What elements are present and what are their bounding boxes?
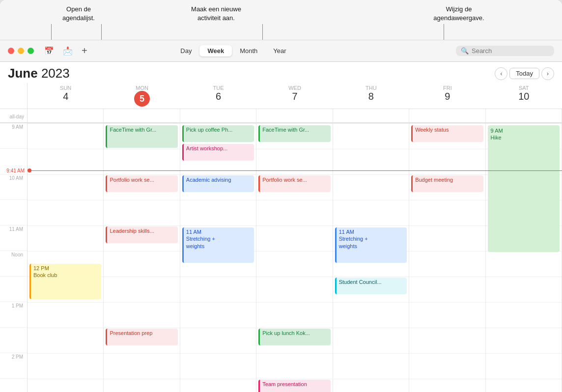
- event-leadership-mon[interactable]: Leadership skills...: [106, 226, 177, 243]
- day-header-wed: WED 7: [256, 83, 333, 109]
- day-headers: SUN 4 MON 5 TUE 6 WED 7 THU 8 FRI 9 SAT …: [0, 83, 562, 109]
- event-facetime-mon[interactable]: FaceTime with Gr...: [106, 125, 177, 148]
- event-portfolio-wed[interactable]: Portfolio work se...: [258, 175, 330, 192]
- close-button[interactable]: [8, 48, 14, 54]
- view-switcher: Day Week Month Year: [172, 45, 294, 56]
- view-day-button[interactable]: Day: [172, 45, 199, 56]
- prev-button[interactable]: ‹: [495, 67, 507, 80]
- time-labels: 9 AM 10 AM 11 AM Noon 1 PM 2 PM 3 PM 4 P…: [0, 123, 28, 392]
- allday-thu: [333, 109, 409, 123]
- col-wed: FaceTime with Gr... Portfolio work se...…: [256, 123, 333, 392]
- month-title: June 2023: [8, 66, 70, 81]
- allday-row: all-day: [0, 109, 562, 123]
- event-book-club[interactable]: 12 PM Book club: [29, 264, 101, 299]
- allday-sat: [486, 109, 562, 123]
- view-month-button[interactable]: Month: [232, 45, 265, 56]
- allday-sun: [28, 109, 104, 123]
- allday-label: all-day: [0, 109, 28, 123]
- minimize-button[interactable]: [18, 48, 24, 54]
- event-hike-sat[interactable]: 9 AM Hike: [488, 125, 560, 252]
- event-team-wed[interactable]: Team presentation: [258, 380, 330, 392]
- allday-wed: [256, 109, 333, 123]
- allday-fri: [409, 109, 485, 123]
- event-lunch-wed[interactable]: Pick up lunch Kok...: [258, 329, 330, 345]
- event-facetime-wed[interactable]: FaceTime with Gr...: [258, 125, 330, 142]
- event-stretching-tue[interactable]: 11 AM Stretching + weights: [182, 227, 254, 263]
- event-academic-tue[interactable]: Academic advising: [182, 175, 254, 192]
- time-grid: 9 AM 10 AM 11 AM Noon 1 PM 2 PM 3 PM 4 P…: [0, 123, 562, 392]
- col-sun: 12 PM Book club: [28, 123, 104, 392]
- search-box: 🔍: [456, 46, 554, 56]
- day-header-sun: SUN 4: [28, 83, 104, 109]
- add-event-icon[interactable]: +: [79, 44, 90, 57]
- event-coffee-tue[interactable]: Pick up coffee Ph...: [182, 125, 254, 142]
- day-header-tue: TUE 6: [180, 83, 256, 109]
- event-student-thu[interactable]: Student Council...: [335, 278, 407, 294]
- col-tue: Pick up coffee Ph... Artist workshop... …: [180, 123, 256, 392]
- day-header-sat: SAT 10: [486, 83, 562, 109]
- search-icon: 🔍: [461, 47, 469, 55]
- annotation-2: Maak een nieuweactiviteit aan.: [172, 5, 260, 23]
- event-stretching-thu[interactable]: 11 AM Stretching + weights: [335, 227, 407, 263]
- event-artist-tue[interactable]: Artist workshop...: [182, 144, 254, 161]
- calendar-grid-wrapper: all-day 9 AM 10 AM 11 AM Noon: [0, 109, 562, 392]
- allday-mon: [104, 109, 180, 123]
- day-header-mon: MON 5: [104, 83, 180, 109]
- allday-tue: [180, 109, 256, 123]
- calendar-header: June 2023 ‹ Today ›: [0, 62, 562, 83]
- inbox-icon[interactable]: 📩: [60, 45, 75, 56]
- search-input[interactable]: [472, 47, 549, 55]
- fullscreen-button[interactable]: [28, 48, 34, 54]
- today-button[interactable]: Today: [509, 68, 539, 79]
- view-year-button[interactable]: Year: [265, 45, 294, 56]
- annotation-3: Wijzig deagendaweergave.: [415, 5, 503, 23]
- next-button[interactable]: ›: [541, 67, 554, 80]
- calendar-list-icon[interactable]: 📅: [42, 45, 56, 56]
- col-mon: FaceTime with Gr... Portfolio work se...…: [104, 123, 180, 392]
- traffic-lights: [8, 48, 34, 54]
- col-fri: Weekly status Budget meeting: [409, 123, 485, 392]
- event-budget-fri[interactable]: Budget meeting: [411, 175, 483, 192]
- day-header-fri: FRI 9: [409, 83, 485, 109]
- nav-controls: ‹ Today ›: [495, 67, 554, 80]
- toolbar: 📅 📩 + Day Week Month Year 🔍: [0, 40, 562, 62]
- event-presentation-mon[interactable]: Presentation prep: [106, 329, 177, 345]
- annotation-1: Open deagendalijst.: [39, 5, 118, 23]
- event-portfolio-mon[interactable]: Portfolio work se...: [106, 175, 177, 192]
- view-week-button[interactable]: Week: [199, 45, 232, 56]
- day-header-thu: THU 8: [333, 83, 409, 109]
- col-sat: 9 AM Hike: [486, 123, 562, 392]
- event-weekly-fri[interactable]: Weekly status: [411, 125, 483, 142]
- col-thu: 11 AM Stretching + weights Student Counc…: [333, 123, 409, 392]
